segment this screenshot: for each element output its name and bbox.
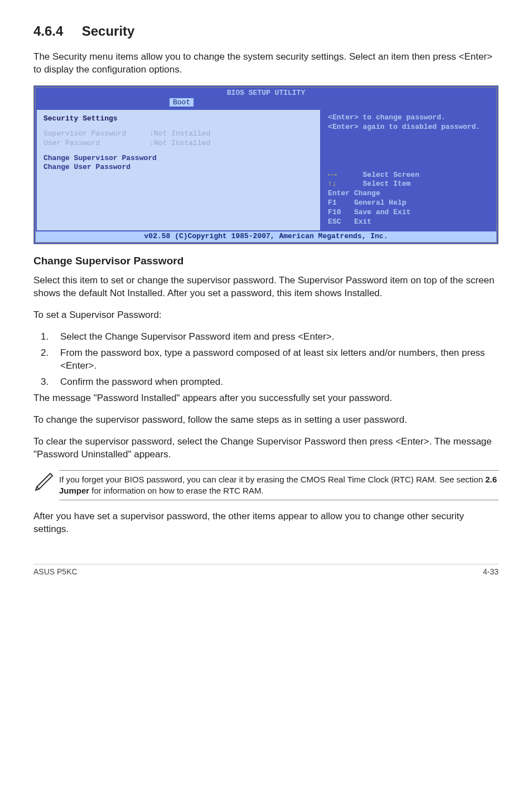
supervisor-password-value: :Not Installed: [149, 129, 210, 139]
nav-esc: ESC Exit: [328, 218, 490, 227]
bios-nav-keys: ←→ Select Screen ↑↓ Select Item Enter Ch…: [328, 171, 490, 227]
csp-para4: To change the supervisor password, follo…: [33, 414, 499, 427]
bios-screenshot: BIOS SETUP UTILITY Boot Security Setting…: [33, 85, 499, 244]
arrows-icon: ←→: [328, 171, 337, 179]
bios-help-text: <Enter> to change password. <Enter> agai…: [328, 113, 490, 132]
csp-step1: Select the Change Supervisor Password it…: [51, 331, 499, 344]
user-password-label: User Password: [43, 139, 149, 148]
after-note-paragraph: After you have set a supervisor password…: [33, 510, 499, 536]
bios-tab-boot: Boot: [170, 98, 194, 107]
csp-para1: Select this item to set or change the su…: [33, 274, 499, 300]
pencil-note-icon: [33, 470, 59, 496]
intro-paragraph: The Security menu items allow you to cha…: [33, 51, 499, 76]
nav-select-item: ↑↓ Select Item: [328, 180, 490, 189]
bios-title: BIOS SETUP UTILITY: [36, 88, 496, 98]
change-supervisor-heading: Change Supervisor Password: [33, 254, 499, 268]
bios-right-pane: <Enter> to change password. <Enter> agai…: [321, 109, 496, 231]
nav-f10: F10 Save and Exit: [328, 208, 490, 218]
bios-copyright: v02.58 (C)Copyright 1985-2007, American …: [36, 231, 496, 242]
bios-help-line2: <Enter> again to disabled password.: [328, 123, 490, 132]
bios-help-line1: <Enter> to change password.: [328, 113, 490, 123]
footer-left: ASUS P5KC: [33, 567, 78, 577]
csp-para2: To set a Supervisor Password:: [33, 309, 499, 322]
nav-enter: Enter Change: [328, 189, 490, 199]
bios-tab-row: Boot: [36, 98, 496, 108]
section-heading: 4.6.4 Security: [33, 22, 499, 40]
supervisor-password-label: Supervisor Password: [43, 129, 149, 139]
security-settings-heading: Security Settings: [43, 114, 313, 124]
note-body: If you forget your BIOS password, you ca…: [59, 470, 499, 501]
csp-step2: From the password box, type a password c…: [51, 347, 499, 373]
change-supervisor-password-item: Change Supervisor Password: [43, 154, 313, 163]
section-title: Security: [82, 23, 135, 38]
csp-para3: The message "Password Installed" appears…: [33, 392, 499, 405]
note-callout: If you forget your BIOS password, you ca…: [33, 470, 499, 501]
footer-right: 4-33: [483, 567, 499, 577]
user-password-value: :Not Installed: [149, 139, 210, 148]
change-user-password-item: Change User Password: [43, 163, 313, 172]
user-password-row: User Password :Not Installed: [43, 139, 313, 148]
nav-f1: F1 General Help: [328, 199, 490, 208]
nav-select-screen: ←→ Select Screen: [328, 171, 490, 180]
csp-steps: Select the Change Supervisor Password it…: [36, 331, 499, 389]
csp-step3: Confirm the password when prompted.: [51, 376, 499, 389]
section-number: 4.6.4: [33, 23, 63, 38]
page-footer: ASUS P5KC 4-33: [33, 564, 499, 577]
csp-para5: To clear the supervisor password, select…: [33, 436, 499, 461]
bios-left-pane: Security Settings Supervisor Password :N…: [36, 109, 321, 231]
supervisor-password-row: Supervisor Password :Not Installed: [43, 129, 313, 139]
updown-icon: ↑↓: [328, 180, 337, 188]
